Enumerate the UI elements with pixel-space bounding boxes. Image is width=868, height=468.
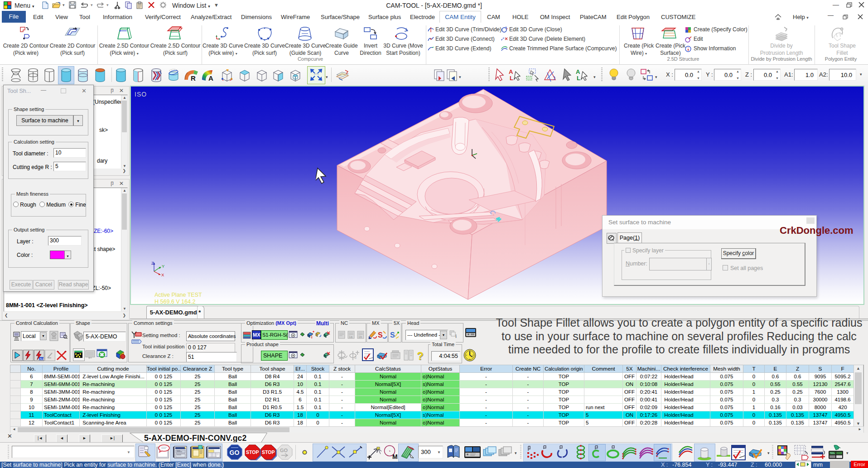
svg-text:1a: 1a — [349, 335, 352, 338]
svg-text:ALL: ALL — [39, 357, 44, 360]
svg-text:MX: MX — [253, 332, 260, 338]
svg-text:X: X — [161, 272, 164, 276]
svg-text:5: 5 — [354, 355, 357, 360]
svg-text:R: R — [191, 74, 196, 82]
svg-text:STOP: STOP — [246, 449, 259, 455]
svg-text:A: A — [208, 74, 213, 82]
svg-text:Z: Z — [151, 261, 154, 265]
svg-text:M: M — [392, 453, 398, 460]
svg-text:L: L — [577, 75, 580, 82]
svg-text:GO: GO — [230, 449, 240, 456]
svg-text:1b: 1b — [358, 335, 362, 338]
svg-text:A: A — [509, 68, 513, 75]
svg-text:GO: GO — [280, 448, 288, 453]
svg-text:A: A — [576, 68, 580, 75]
svg-text:STOP: STOP — [262, 449, 275, 455]
svg-text:L: L — [510, 75, 513, 82]
svg-text:S: S — [390, 331, 395, 339]
svg-text:S: S — [378, 331, 383, 339]
svg-text:Y: Y — [162, 264, 165, 269]
svg-text:i: i — [311, 335, 313, 339]
